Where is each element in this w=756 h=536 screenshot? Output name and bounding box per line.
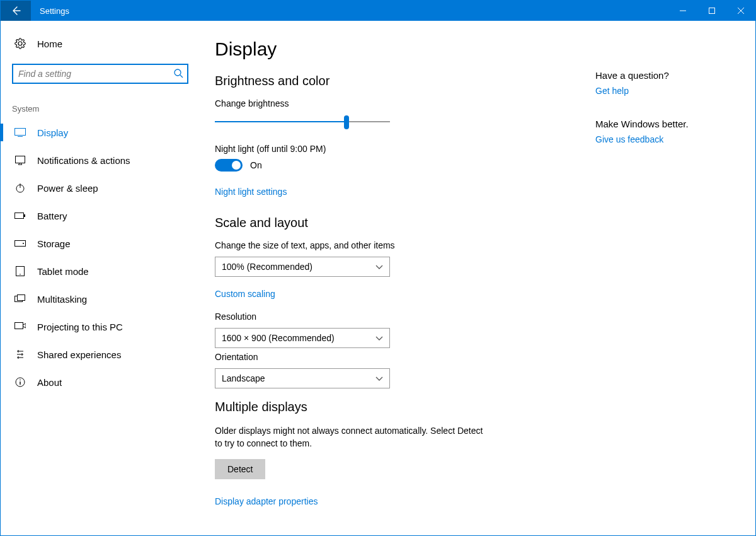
sidebar-item-power-sleep[interactable]: Power & sleep — [1, 174, 197, 202]
orientation-label: Orientation — [215, 352, 568, 362]
sidebar-item-about[interactable]: About — [1, 368, 197, 396]
svg-rect-4 — [15, 129, 26, 136]
battery-icon — [14, 210, 26, 221]
maximize-icon — [709, 8, 715, 14]
svg-rect-17 — [15, 323, 23, 329]
power-icon — [14, 182, 26, 194]
sidebar: Home System Display Notifications & acti… — [1, 21, 197, 535]
sidebar-item-shared-experiences[interactable]: Shared experiences — [1, 341, 197, 368]
resolution-dropdown[interactable]: 1600 × 900 (Recommended) — [215, 328, 390, 348]
sidebar-item-notifications[interactable]: Notifications & actions — [1, 146, 197, 174]
night-light-settings-link[interactable]: Night light settings — [215, 187, 287, 197]
settings-window: Settings Home — [0, 0, 756, 536]
chevron-down-icon — [375, 333, 383, 343]
multiple-displays-text: Older displays might not always connect … — [215, 424, 486, 450]
projecting-icon — [14, 321, 26, 332]
svg-point-2 — [175, 69, 181, 76]
svg-rect-16 — [18, 295, 25, 301]
get-help-link[interactable]: Get help — [595, 86, 740, 96]
dropdown-value: 1600 × 900 (Recommended) — [222, 333, 335, 343]
scale-size-label: Change the size of text, apps, and other… — [215, 240, 568, 250]
category-label: System — [1, 89, 197, 119]
svg-rect-6 — [16, 156, 25, 163]
sidebar-item-label: Multitasking — [37, 294, 87, 305]
brightness-label: Change brightness — [215, 98, 568, 108]
display-icon — [14, 127, 26, 138]
chevron-down-icon — [375, 373, 383, 383]
dropdown-value: 100% (Recommended) — [222, 262, 312, 272]
slider-thumb[interactable] — [344, 115, 349, 129]
sidebar-item-multitasking[interactable]: Multitasking — [1, 285, 197, 313]
multitasking-icon — [14, 293, 26, 305]
orientation-dropdown[interactable]: Landscape — [215, 368, 390, 388]
night-light-toggle[interactable] — [215, 159, 243, 172]
search-input[interactable] — [12, 64, 188, 84]
help-aside: Have a question? Get help Make Windows b… — [595, 38, 740, 535]
feedback-link[interactable]: Give us feedback — [595, 134, 740, 144]
main-content: Display Brightness and color Change brig… — [197, 21, 755, 535]
night-light-state: On — [250, 160, 262, 170]
sidebar-item-tablet-mode[interactable]: Tablet mode — [1, 257, 197, 285]
resolution-label: Resolution — [215, 312, 568, 322]
svg-rect-1 — [709, 8, 715, 14]
search-box[interactable] — [12, 64, 188, 84]
minimize-icon — [680, 8, 686, 14]
sidebar-item-label: Battery — [37, 211, 67, 221]
sidebar-item-label: Power & sleep — [37, 183, 98, 194]
display-adapter-link[interactable]: Display adapter properties — [215, 496, 318, 506]
notifications-icon — [14, 154, 26, 166]
minimize-button[interactable] — [668, 1, 697, 21]
sidebar-item-battery[interactable]: Battery — [1, 202, 197, 230]
sidebar-item-label: Storage — [37, 238, 71, 249]
back-button[interactable] — [1, 1, 31, 21]
sidebar-item-label: Shared experiences — [37, 349, 121, 360]
sidebar-item-display[interactable]: Display — [1, 119, 197, 146]
svg-rect-10 — [24, 214, 25, 217]
gear-icon — [14, 38, 26, 49]
page-title: Display — [215, 38, 568, 60]
question-heading: Have a question? — [595, 70, 740, 81]
section-multiple-displays-heading: Multiple displays — [215, 400, 568, 414]
section-scale-heading: Scale and layout — [215, 216, 568, 230]
close-icon — [738, 8, 744, 14]
titlebar: Settings — [1, 1, 755, 21]
section-brightness-heading: Brightness and color — [215, 74, 568, 88]
chevron-down-icon — [375, 262, 383, 272]
storage-icon — [14, 238, 26, 249]
svg-line-3 — [180, 75, 183, 78]
svg-point-12 — [23, 243, 24, 244]
close-button[interactable] — [726, 1, 755, 21]
custom-scaling-link[interactable]: Custom scaling — [215, 289, 275, 299]
scale-size-dropdown[interactable]: 100% (Recommended) — [215, 257, 390, 277]
home-nav[interactable]: Home — [1, 30, 197, 57]
feedback-heading: Make Windows better. — [595, 119, 740, 129]
brightness-slider[interactable] — [215, 115, 390, 130]
sidebar-item-label: Projecting to this PC — [37, 322, 123, 332]
tablet-icon — [14, 265, 26, 277]
sidebar-item-label: About — [37, 377, 62, 388]
dropdown-value: Landscape — [222, 373, 265, 383]
sidebar-item-label: Tablet mode — [37, 266, 89, 277]
sidebar-item-projecting[interactable]: Projecting to this PC — [1, 313, 197, 341]
sidebar-item-storage[interactable]: Storage — [1, 230, 197, 257]
shared-icon — [14, 349, 26, 360]
arrow-left-icon — [11, 6, 21, 16]
home-label: Home — [37, 38, 62, 49]
window-title: Settings — [31, 1, 69, 21]
maximize-button[interactable] — [697, 1, 726, 21]
detect-button[interactable]: Detect — [215, 459, 265, 479]
sidebar-item-label: Notifications & actions — [37, 155, 130, 166]
info-icon — [14, 376, 26, 388]
search-icon — [173, 68, 183, 81]
svg-rect-9 — [15, 213, 24, 219]
sidebar-item-label: Display — [37, 127, 68, 138]
svg-point-14 — [20, 274, 21, 275]
svg-point-19 — [20, 380, 21, 381]
night-light-label: Night light (off until 9:00 PM) — [215, 144, 568, 154]
